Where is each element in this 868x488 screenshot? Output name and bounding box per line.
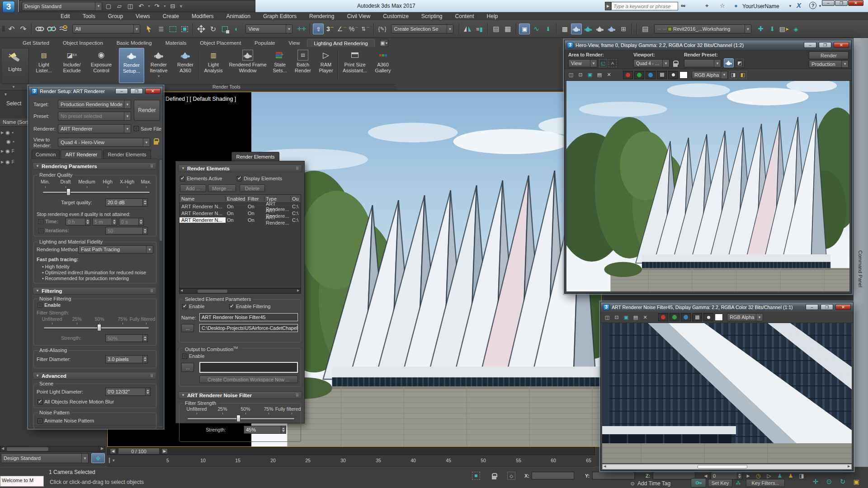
new-scene-icon[interactable]: ▢: [104, 2, 113, 11]
spinner-icon[interactable]: [737, 472, 742, 479]
filter-strength-slider-track[interactable]: [188, 418, 294, 419]
render-setup-titlebar[interactable]: 3 Render Setup: ART Renderer – ❐ ✕: [29, 86, 163, 96]
menu-views[interactable]: Views: [129, 12, 156, 20]
elements-active-checkbox[interactable]: [180, 176, 185, 181]
angle-snap-icon[interactable]: ∠⌒: [336, 23, 347, 34]
spinner-icon[interactable]: [281, 426, 286, 433]
noise-render-window[interactable]: 3 ART Renderer Noise Filter45, Display G…: [600, 302, 854, 471]
select-and-rotate-icon[interactable]: ↻: [208, 23, 218, 34]
green-channel-icon[interactable]: [670, 313, 679, 321]
track-bar[interactable]: ▎▾ 5 10 15 20 25 30 35 40 45 50 55 60 65: [107, 455, 595, 467]
bind-to-space-warp-icon[interactable]: [58, 23, 69, 34]
save-image-icon[interactable]: ◫: [567, 71, 575, 79]
ribbon-light-lister-button[interactable]: ▤Light Lister...: [31, 48, 57, 83]
redo-dropdown-icon[interactable]: ▼: [163, 5, 166, 8]
favorites-star-icon[interactable]: ☆: [720, 2, 725, 9]
select-by-name-icon[interactable]: ☰: [156, 23, 166, 34]
set-key-toggle-button[interactable]: [691, 478, 706, 488]
search-icon[interactable]: ∞: [681, 2, 685, 9]
clone-window-icon[interactable]: ▣: [586, 71, 594, 79]
ribbon-ram-player-button[interactable]: ▷RAM Player: [316, 48, 336, 83]
toggle-ribbon-icon[interactable]: ▣: [519, 23, 530, 34]
tab-view[interactable]: View: [282, 39, 306, 47]
workspace-layers-icon[interactable]: ❖: [91, 453, 105, 463]
explorer-row[interactable]: ▶◉F: [1, 159, 14, 165]
ribbon-state-sets-button[interactable]: +State Sets...: [269, 48, 290, 83]
point-light-diameter-field[interactable]: 0'0 12/32": [105, 388, 151, 396]
menu-graph-editors[interactable]: Graph Editors: [257, 12, 303, 20]
blue-channel-icon[interactable]: [646, 71, 656, 79]
ribbon-render-a360-button[interactable]: Render A360: [173, 48, 198, 83]
time-hours-field[interactable]: 0 h: [66, 218, 90, 225]
col-filter[interactable]: Filter: [246, 196, 264, 202]
eye-icon[interactable]: ◉: [5, 148, 10, 154]
ribbon-render-iterative-button[interactable]: Render Iterative▼: [145, 48, 172, 83]
selection-lock-icon[interactable]: [492, 474, 496, 481]
blue-channel-icon[interactable]: [681, 313, 691, 321]
menu-content[interactable]: Content: [449, 12, 481, 20]
close-button[interactable]: ✕: [835, 304, 851, 310]
username-dropdown-icon[interactable]: ▼: [788, 4, 792, 8]
render-setup-dialog[interactable]: 3 Render Setup: ART Renderer – ❐ ✕ Targe…: [28, 86, 163, 428]
enable-filtering-checkbox[interactable]: [229, 304, 234, 309]
merge-element-button[interactable]: Merge ...: [208, 184, 236, 192]
save-file-icon[interactable]: ◫: [126, 2, 135, 11]
lock-view-icon[interactable]: [154, 140, 158, 146]
scroll-left-icon[interactable]: ◀: [1, 446, 4, 450]
menu-modifiers[interactable]: Modifiers: [185, 12, 220, 20]
scrollbar-thumb[interactable]: [7, 447, 48, 451]
select-and-place-icon[interactable]: ◐: [231, 23, 242, 34]
render-in-cloud-icon[interactable]: [606, 23, 617, 34]
monochrome-icon[interactable]: [692, 313, 702, 321]
select-object-icon[interactable]: [144, 23, 155, 34]
ribbon-batch-render-button[interactable]: ▤Batch Render: [291, 48, 315, 83]
render-production-icon[interactable]: [594, 23, 605, 34]
toolbar-grip[interactable]: ‖: [2, 24, 5, 34]
strength-field[interactable]: 50%: [105, 334, 148, 342]
hero-render-window[interactable]: 3 Hero-View, frame 0, Display Gamma: 2.2…: [564, 40, 852, 294]
ribbon-lights-panel[interactable]: Lights: [1, 48, 29, 84]
render-setup-toolbar-icon[interactable]: [571, 23, 582, 34]
add-time-tag[interactable]: Add Time Tag: [637, 480, 670, 487]
maximize-button[interactable]: ❐: [819, 42, 831, 48]
maximize-button[interactable]: ❐: [130, 88, 143, 94]
region-brackets-icon[interactable]: A: [609, 59, 617, 67]
target-dropdown[interactable]: Production Rendering Mode▼: [58, 100, 131, 109]
animate-noise-checkbox[interactable]: [38, 418, 42, 423]
maximize-button[interactable]: ❐: [821, 304, 833, 310]
menu-help[interactable]: Help: [481, 12, 505, 20]
alpha-channel-icon[interactable]: [703, 313, 713, 321]
scroll-left-icon[interactable]: ◀: [604, 465, 606, 468]
render-elements-tab[interactable]: Render Elements: [231, 152, 279, 161]
set-key-button[interactable]: Set Key: [708, 479, 732, 487]
spinner-icon[interactable]: [142, 356, 147, 363]
color-swatch[interactable]: [679, 71, 688, 79]
render-setup-teapot-icon[interactable]: [724, 58, 734, 67]
noise-h-scrollbar[interactable]: ◀ ▶: [602, 464, 852, 469]
table-row-selected[interactable]: ART Renderer N... On On ART Rendere... C…: [179, 216, 301, 223]
close-button[interactable]: ✕: [145, 88, 160, 94]
time-minutes-field[interactable]: 5 m: [92, 218, 117, 225]
maxscript-mini-listener[interactable]: Welcome to M: [0, 476, 44, 487]
named-selection-sets-dropdown[interactable]: Create Selection Se▼: [391, 24, 453, 33]
tab-lighting-and-rendering[interactable]: Lighting And Rendering: [307, 39, 375, 47]
layer-manager-icon[interactable]: ▤: [491, 23, 501, 34]
tab-materials[interactable]: Materials: [159, 39, 193, 47]
minimize-button[interactable]: –: [822, 0, 835, 6]
set-key-person-icon[interactable]: ♟: [787, 472, 795, 480]
menu-create[interactable]: Create: [156, 12, 185, 20]
noise-window-titlebar[interactable]: 3 ART Renderer Noise Filter45, Display G…: [601, 302, 853, 312]
mute-toggle-icon[interactable]: ◨: [797, 472, 806, 480]
noise-enable-checkbox[interactable]: [38, 303, 42, 308]
manage-scene-states-icon[interactable]: ▤➤: [778, 23, 789, 34]
rectangular-selection-region-icon[interactable]: [167, 23, 178, 34]
snap-3d-icon[interactable]: 3⌒: [325, 23, 335, 34]
alpha-channel-icon[interactable]: [668, 71, 678, 79]
view-to-render-dropdown[interactable]: Quad 4 - Hero-View▼: [58, 138, 150, 147]
viewport-label[interactable]: Defined ] [ Default Shading ]: [165, 96, 236, 102]
tab-basic-modeling[interactable]: Basic Modeling: [110, 39, 158, 47]
rendering-method-dropdown[interactable]: Fast Path Tracing▼: [78, 245, 153, 253]
motion-blur-checkbox[interactable]: [38, 399, 42, 404]
scroll-right-icon[interactable]: ▶: [848, 465, 850, 468]
spinner-snap-icon[interactable]: ⇅⌒: [360, 23, 371, 34]
